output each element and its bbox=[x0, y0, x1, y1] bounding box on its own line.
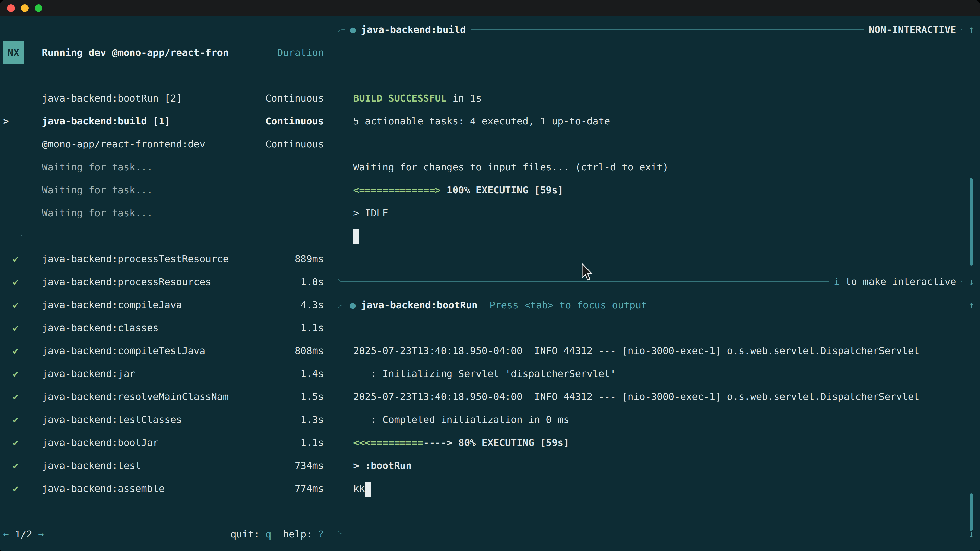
interactive-hint-key: i bbox=[834, 276, 840, 287]
terminal-window: NX Running dev @mono-app/react-fron Dura… bbox=[0, 0, 980, 551]
quit-label: quit: bbox=[231, 529, 266, 540]
interactive-hint-text: to make interactive bbox=[839, 276, 956, 287]
nx-tui: NX Running dev @mono-app/react-fron Dura… bbox=[0, 16, 980, 551]
task-duration: 1.0s bbox=[301, 276, 324, 287]
task-duration: 1.1s bbox=[301, 322, 324, 333]
page-next-icon[interactable]: → bbox=[38, 529, 44, 540]
task-duration: 1.1s bbox=[301, 437, 324, 448]
task-label: java-backend:classes bbox=[42, 322, 159, 333]
task-duration: 1.4s bbox=[301, 368, 324, 380]
task-label: java-backend:compileTestJava bbox=[42, 345, 205, 356]
task-label: java-backend:jar bbox=[42, 368, 135, 380]
bootrun-panel-scrollbar[interactable] bbox=[969, 493, 973, 531]
task-row[interactable]: ✔java-backend:resolveMainClassNam1.5s bbox=[0, 385, 337, 408]
task-row[interactable]: ✔java-backend:assemble774ms bbox=[0, 477, 337, 500]
zoom-button[interactable] bbox=[35, 4, 42, 12]
noninteractive-badge: NON-INTERACTIVE bbox=[864, 18, 961, 41]
titlebar[interactable] bbox=[0, 0, 980, 16]
task-row[interactable]: ✔java-backend:classes1.1s bbox=[0, 316, 337, 339]
task-label: java-backend:assemble bbox=[42, 483, 164, 494]
task-row[interactable]: java-backend:bootRun [2]Continuous bbox=[0, 87, 337, 110]
scroll-down-icon[interactable]: ↓ bbox=[964, 270, 979, 293]
help-label: help: bbox=[271, 529, 318, 540]
scroll-up-icon[interactable]: ↑ bbox=[964, 293, 979, 316]
pagination[interactable]: ← 1/2 → bbox=[3, 529, 44, 540]
task-row[interactable]: ✔java-backend:jar1.4s bbox=[0, 362, 337, 385]
task-row[interactable]: Waiting for task... bbox=[0, 179, 337, 202]
keyboard-hints: quit: q help: ? bbox=[231, 529, 324, 540]
bootrun-panel-header: ● java-backend:bootRun Press <tab> to fo… bbox=[345, 294, 652, 317]
mouse-cursor bbox=[581, 263, 593, 281]
task-label: java-backend:testClasses bbox=[42, 414, 182, 425]
check-icon: ✔ bbox=[13, 299, 19, 310]
check-icon: ✔ bbox=[13, 368, 19, 380]
help-key: ? bbox=[318, 529, 324, 540]
task-duration: 808ms bbox=[295, 345, 324, 356]
nx-logo: NX bbox=[3, 41, 24, 64]
page-indicator: 1/2 bbox=[15, 529, 32, 540]
task-row[interactable]: ✔java-backend:test734ms bbox=[0, 454, 337, 477]
sidebar-header: NX Running dev @mono-app/react-fron Dura… bbox=[0, 41, 337, 64]
task-row[interactable]: ✔java-backend:processResources1.0s bbox=[0, 270, 337, 293]
close-button[interactable] bbox=[7, 4, 15, 12]
build-panel-title: java-backend:build bbox=[361, 24, 466, 35]
sidebar-footer: ← 1/2 → quit: q help: ? bbox=[0, 523, 337, 546]
selected-task-arrow-icon: > bbox=[3, 116, 9, 127]
task-status-bullet-icon: ● bbox=[350, 24, 356, 35]
build-panel-header: ● java-backend:build bbox=[345, 18, 471, 41]
check-icon: ✔ bbox=[13, 276, 19, 287]
task-label: @mono-app/react-frontend:dev bbox=[42, 138, 205, 150]
task-label: java-backend:resolveMainClassNam bbox=[42, 391, 229, 402]
page-prev-icon[interactable]: ← bbox=[3, 529, 9, 540]
task-duration: 734ms bbox=[295, 460, 324, 471]
task-row[interactable]: Waiting for task... bbox=[0, 156, 337, 179]
focus-output-hint: Press <tab> to focus output bbox=[489, 300, 647, 311]
task-label: java-backend:processTestResource bbox=[42, 253, 229, 265]
task-row[interactable]: ✔java-backend:compileJava4.3s bbox=[0, 293, 337, 316]
task-label: Waiting for task... bbox=[42, 207, 153, 219]
task-label: java-backend:compileJava bbox=[42, 299, 182, 310]
check-icon: ✔ bbox=[13, 322, 19, 333]
interactive-hint: i to make interactive bbox=[829, 270, 961, 293]
task-label: java-backend:bootJar bbox=[42, 437, 159, 448]
task-duration: 889ms bbox=[295, 253, 324, 265]
build-panel-scrollbar[interactable] bbox=[969, 178, 973, 265]
task-row[interactable]: Waiting for task... bbox=[0, 202, 337, 224]
build-output-panel: ● java-backend:build NON-INTERACTIVE i t… bbox=[338, 29, 963, 282]
scroll-up-icon[interactable]: ↑ bbox=[964, 18, 979, 41]
task-row[interactable]: ✔java-backend:testClasses1.3s bbox=[0, 408, 337, 431]
task-row[interactable]: ✔java-backend:bootJar1.1s bbox=[0, 431, 337, 454]
task-duration: Continuous bbox=[266, 116, 324, 127]
task-duration: Continuous bbox=[266, 138, 324, 150]
task-duration: 1.3s bbox=[301, 414, 324, 425]
task-label: java-backend:test bbox=[42, 460, 141, 471]
check-icon: ✔ bbox=[13, 391, 19, 402]
task-group-guide-corner bbox=[17, 235, 22, 236]
check-icon: ✔ bbox=[13, 414, 19, 425]
bootrun-output-panel: ● java-backend:bootRun Press <tab> to fo… bbox=[338, 305, 963, 534]
task-duration: 4.3s bbox=[301, 299, 324, 310]
task-row[interactable]: >java-backend:build [1]Continuous bbox=[0, 110, 337, 133]
check-icon: ✔ bbox=[13, 437, 19, 448]
check-icon: ✔ bbox=[13, 483, 19, 494]
task-label: java-backend:build [1] bbox=[42, 116, 170, 127]
task-label: java-backend:processResources bbox=[42, 276, 211, 287]
task-duration: 1.5s bbox=[301, 391, 324, 402]
task-duration: 774ms bbox=[295, 483, 324, 494]
bootrun-panel-title: java-backend:bootRun bbox=[361, 300, 478, 311]
task-row[interactable]: ✔java-backend:processTestResource889ms bbox=[0, 248, 337, 270]
sidebar-title: Running dev @mono-app/react-fron bbox=[42, 47, 229, 58]
duration-column-header: Duration bbox=[277, 47, 324, 58]
task-duration: Continuous bbox=[266, 93, 324, 104]
check-icon: ✔ bbox=[13, 460, 19, 471]
task-row[interactable]: @mono-app/react-frontend:devContinuous bbox=[0, 133, 337, 156]
task-status-bullet-icon: ● bbox=[350, 300, 356, 311]
check-icon: ✔ bbox=[13, 253, 19, 265]
minimize-button[interactable] bbox=[21, 4, 29, 12]
task-label: Waiting for task... bbox=[42, 184, 153, 196]
quit-key: q bbox=[266, 529, 271, 540]
task-row[interactable]: ✔java-backend:compileTestJava808ms bbox=[0, 339, 337, 362]
check-icon: ✔ bbox=[13, 345, 19, 356]
task-label: java-backend:bootRun [2] bbox=[42, 93, 182, 104]
task-label: Waiting for task... bbox=[42, 162, 153, 173]
